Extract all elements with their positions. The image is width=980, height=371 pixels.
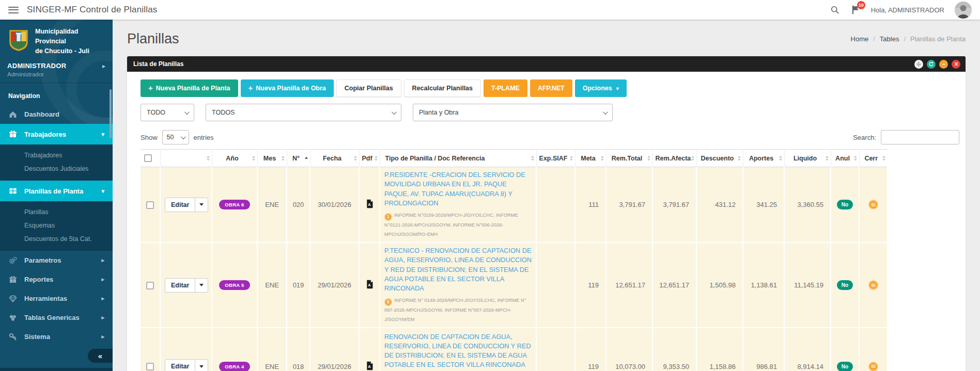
close-panel-icon[interactable] [952, 60, 960, 69]
pdf-icon[interactable]: A [366, 280, 374, 289]
cell-exp-siaf [536, 167, 575, 243]
spheres-icon [8, 313, 18, 322]
gift-icon [8, 275, 18, 284]
user-role: Administrador [7, 71, 105, 77]
refresh-icon[interactable] [927, 60, 936, 69]
editar-button[interactable]: Editar [165, 198, 195, 212]
col-exp-siaf[interactable]: Exp.SIAF [536, 150, 575, 167]
col-liquido[interactable]: Liquido [784, 150, 831, 167]
col-cerr[interactable]: Cerr [859, 150, 888, 167]
nueva-planilla-planta-button[interactable]: + Nueva Planilla de Planta [141, 79, 238, 97]
search-input[interactable] [881, 130, 959, 144]
editar-caret-button[interactable] [195, 279, 208, 292]
editar-caret-button[interactable] [195, 198, 208, 212]
user-menu-toggle[interactable]: ADMINISTRADOR ▸ [7, 62, 105, 70]
sidebar: Municipalidad Provincial de Chucuito - J… [0, 20, 113, 371]
lista-planillas-panel: Lista de Planillas [127, 56, 966, 371]
sidebar-item-herramientas[interactable]: Herramientas ▸ [0, 289, 113, 308]
tplame-button[interactable]: T-PLAME [484, 79, 527, 97]
doc-refs: INFORME N°0159-2026/MPCH-J/GIYO/LCHC, IN… [384, 213, 518, 237]
breadcrumb-home[interactable]: Home [851, 35, 869, 43]
menu-icon[interactable] [8, 5, 19, 15]
select-all-header[interactable] [141, 150, 160, 167]
col-anul[interactable]: Anul [831, 150, 859, 167]
cell-mes: ENE [257, 243, 287, 328]
sidebar-item-trabajadores[interactable]: Trabajadores ▾ [0, 124, 113, 144]
sidebar-subitem-descuentos-5ta[interactable]: Descuentos de 5ta Cat. [0, 232, 113, 246]
anul-badge: No [837, 362, 853, 371]
editar-button[interactable]: Editar [165, 360, 195, 371]
editar-button[interactable]: Editar [165, 279, 195, 292]
col-fecha[interactable]: Fecha [310, 150, 359, 167]
table-icon [8, 186, 18, 196]
planilla-link[interactable]: P.RESIDENTE -CREACION DEL SERVICIO DE MO… [384, 170, 532, 208]
row-checkbox[interactable] [146, 282, 154, 289]
chevron-right-icon: ▸ [101, 295, 104, 302]
gears-icon [8, 256, 18, 265]
cell-rem-afecta: 9,353.50 [652, 328, 696, 371]
sidebar-collapse-button[interactable]: « [88, 349, 113, 363]
col-descuento[interactable]: Descuento [696, 150, 743, 167]
select-all-checkbox[interactable] [144, 154, 152, 162]
user-greeting[interactable]: Hola, ADMINISTRADOR [871, 6, 944, 14]
col-pdf[interactable]: Pdf [359, 150, 380, 167]
col-meta[interactable]: Meta [575, 150, 606, 167]
sidebar-item-dashboard[interactable]: Dashboard [0, 105, 113, 124]
tipo-planilla-select[interactable]: TODOS [206, 104, 401, 121]
col-rem-total[interactable]: Rem.Total [606, 150, 652, 167]
col-editar[interactable] [160, 150, 212, 167]
search-icon[interactable] [830, 5, 840, 15]
sidebar-item-parametros[interactable]: Parametros ▸ [0, 251, 113, 270]
sidebar-item-reportes[interactable]: Reportes ▸ [0, 270, 113, 289]
editar-caret-button[interactable] [195, 360, 208, 371]
row-checkbox[interactable] [146, 363, 154, 370]
opciones-button[interactable]: Opciones ▾ [575, 79, 627, 97]
sidebar-scrollbar[interactable] [110, 89, 112, 138]
col-rem-afecta[interactable]: Rem.Afecta [652, 150, 696, 167]
row-checkbox[interactable] [146, 201, 154, 209]
collapse-panel-icon[interactable] [939, 60, 948, 69]
sidebar-item-planillas-de-planta[interactable]: Planillas de Planta ▾ [0, 181, 113, 201]
sort-icon [252, 155, 255, 161]
col-num[interactable]: N° [287, 150, 310, 167]
copiar-planillas-button[interactable]: Copiar Planillas [336, 79, 401, 97]
col-tipo[interactable]: Tipo de Planilla / Doc Referencia [380, 150, 536, 167]
periodo-select[interactable]: TODO [141, 104, 194, 121]
avatar[interactable] [955, 2, 972, 19]
cell-fecha: 29/01/2026 [310, 328, 359, 371]
move-icon[interactable] [914, 60, 923, 69]
planilla-link[interactable]: P.TECNICO - RENOVACION DE CAPTACION DE A… [384, 246, 532, 293]
sort-icon [691, 155, 694, 161]
sort-icon [601, 155, 604, 161]
afpnet-button[interactable]: AFP.NET [530, 79, 572, 97]
nueva-planilla-obra-button[interactable]: + Nueva Planilla de Obra [241, 79, 334, 97]
breadcrumb-tables[interactable]: Tables [880, 35, 899, 43]
sidebar-subitem-trabajadores[interactable]: Trabajadores [0, 149, 113, 162]
cell-meta: 119 [575, 243, 606, 328]
cell-tipo: P.TECNICO - RENOVACION DE CAPTACION DE A… [380, 243, 536, 328]
cerr-badge: Si [868, 280, 878, 290]
sidebar-item-tablas-genericas[interactable]: Tablas Genericas ▸ [0, 308, 113, 327]
table-row: Editar OBRA 6 ENE 020 30/01/2026 A P.RES… [141, 167, 888, 243]
topbar: SINGER-MF Control de Planillas 10 Hola, … [0, 0, 980, 20]
cerr-badge: Si [868, 362, 878, 371]
notifications-flag-icon[interactable]: 10 [850, 5, 861, 15]
planilla-link[interactable]: RENOVACION DE CAPTACION DE AGUA, RESERVO… [384, 332, 532, 370]
app-title: SINGER-MF Control de Planillas [27, 5, 158, 15]
sidebar-item-sistema[interactable]: Sistema ▸ [0, 327, 113, 346]
clase-select[interactable]: Planta y Obra [413, 104, 613, 121]
recalcular-planillas-button[interactable]: Recalcular Planillas [404, 79, 481, 97]
sidebar-subitem-esquemas[interactable]: Esquemas [0, 219, 113, 232]
page-title: Planillas [127, 31, 179, 47]
sidebar-subitem-descuentos-judiciales[interactable]: Descuentos Judiciales [0, 162, 113, 175]
sidebar-subitem-planillas[interactable]: Planillas [0, 205, 113, 219]
col-mes[interactable]: Mes [257, 150, 287, 167]
chevron-down-icon [603, 109, 608, 115]
pdf-icon[interactable]: A [366, 199, 374, 208]
anul-badge: No [837, 280, 853, 290]
col-anio[interactable]: Año [212, 150, 257, 167]
col-aportes[interactable]: Aportes [743, 150, 784, 167]
pdf-icon[interactable]: A [366, 361, 374, 370]
page-size-select[interactable]: 50 [162, 130, 189, 144]
sort-icon [282, 155, 285, 161]
